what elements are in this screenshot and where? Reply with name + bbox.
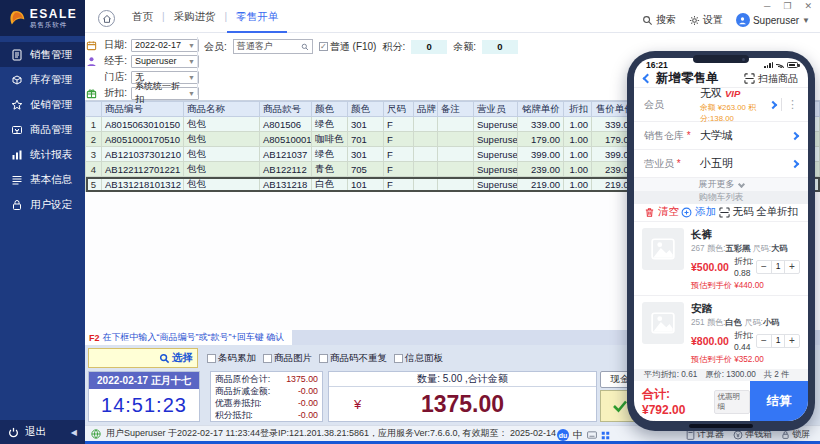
cell: AB131218101312 xyxy=(102,177,184,192)
search-button[interactable]: 搜索 xyxy=(642,13,676,27)
cell: 179.00 xyxy=(518,132,564,147)
ime-icon[interactable]: du xyxy=(557,429,569,441)
grid-icon[interactable] xyxy=(601,431,610,440)
cell: 绿色 xyxy=(312,147,348,162)
phone-form-row-2[interactable]: 销售仓库 *大学城 xyxy=(634,122,808,149)
cell: Superuser xyxy=(474,177,518,192)
cell: 701 xyxy=(348,132,384,147)
tab-3[interactable]: 零售开单 xyxy=(227,0,287,33)
quantity-stepper: −1+ xyxy=(756,334,800,348)
cell: 白色 xyxy=(312,177,348,192)
item-size: 大码 xyxy=(771,244,787,253)
lock-mini-icon xyxy=(781,430,790,440)
sidebar-item-2[interactable]: 库存管理 xyxy=(0,67,85,92)
cell xyxy=(414,162,438,177)
barcode-input[interactable]: 选择 xyxy=(88,348,198,368)
option-checkbox-4[interactable]: 信息面板 xyxy=(394,352,443,365)
sidebar-item-4[interactable]: 商品管理 xyxy=(0,117,85,142)
sidebar-item-5[interactable]: 统计报表 xyxy=(0,142,85,167)
cart-toolbar-2[interactable]: 添加 xyxy=(681,205,716,219)
member-row: 会员: 普通客户 ✓ 普通 (F10) 积分: 0 余额: 0 xyxy=(204,39,518,54)
back-chevron-icon[interactable] xyxy=(643,74,653,84)
plus-button[interactable]: + xyxy=(785,260,799,273)
option-checkbox-1[interactable]: 条码累加 xyxy=(207,352,256,365)
cell: 101 xyxy=(348,177,384,192)
sidebar-item-3[interactable]: 促销管理 xyxy=(0,92,85,117)
label-text: 销售仓库 xyxy=(644,130,684,141)
field-value: 系统统一折扣 xyxy=(135,80,188,106)
field-select-4[interactable]: 系统统一折扣▼ xyxy=(131,87,199,100)
option-checkbox-2[interactable]: 商品图片 xyxy=(263,352,312,365)
item-code: 267 xyxy=(691,244,707,253)
item-name: 安踏 xyxy=(691,302,800,316)
column-header: 品牌 xyxy=(414,102,438,117)
user-menu[interactable]: Superuser ▼ xyxy=(736,13,810,27)
kebab-menu-icon[interactable]: ⋮ xyxy=(787,98,798,111)
field-value: 2022-02-17 xyxy=(135,40,181,50)
cell xyxy=(438,117,474,132)
tab-2[interactable]: 采购进货 xyxy=(165,0,225,33)
checkbox-icon xyxy=(207,354,216,363)
member-normal-checkbox[interactable]: ✓ 普通 (F10) xyxy=(319,40,377,54)
plus-button[interactable]: + xyxy=(785,334,799,347)
ime-lang[interactable]: 中 xyxy=(573,428,583,442)
column-header: 折扣 xyxy=(564,102,592,117)
cell: 1.00 xyxy=(564,117,592,132)
collapse-sidebar-icon[interactable]: ◀ xyxy=(71,428,77,437)
field-select-1[interactable]: 2022-02-17▼ xyxy=(131,39,199,52)
scan-product-button[interactable]: 扫描商品 xyxy=(744,72,798,86)
product-image-placeholder xyxy=(642,302,684,344)
discount-detail-badge[interactable]: 优惠明细 xyxy=(714,390,750,414)
chevron-right-icon xyxy=(791,159,799,167)
keyboard-icon[interactable] xyxy=(587,431,597,439)
signal-icon xyxy=(764,62,773,69)
phone-screen: 16:21 新增零售单 扫描商品 会员无双VIP余额 ¥263.00 积分:13… xyxy=(634,58,808,421)
cart-toolbar-4[interactable]: 全单折扣 xyxy=(756,205,798,219)
checkbox-icon xyxy=(319,354,328,363)
tab-1[interactable]: 首页 xyxy=(123,0,162,33)
checkbox-label: 条码累加 xyxy=(218,352,256,365)
field-value: Superuser xyxy=(135,56,177,66)
member-input[interactable]: 普通客户 xyxy=(233,39,313,54)
minimize-button[interactable]: ─ xyxy=(764,1,770,11)
cell: 包包 xyxy=(184,132,260,147)
home-icon[interactable] xyxy=(98,10,115,27)
ime-tray[interactable]: du 中 xyxy=(557,428,610,442)
member-label: 会员: xyxy=(204,40,227,54)
exit-button[interactable]: 退出 xyxy=(25,425,46,439)
close-button[interactable]: ✕ xyxy=(804,1,812,11)
maximize-button[interactable]: ❐ xyxy=(783,1,791,11)
settings-button[interactable]: 设置 xyxy=(689,13,723,27)
cart-total-sub: 立减:¥508.00 折扣:¥0.00 xyxy=(642,420,750,421)
brand-logo: ESALE 易售乐软件 xyxy=(0,0,85,36)
vip-badge: VIP xyxy=(725,88,740,99)
total-value: 1375.00 xyxy=(286,374,318,386)
toolbar-label: 清空 xyxy=(658,205,679,219)
total-label: 积分抵扣: xyxy=(215,410,253,422)
chevron-down-icon: ▼ xyxy=(802,16,810,25)
tab-bar: 首页|采购进货|零售开单 xyxy=(123,0,287,33)
minus-button[interactable]: − xyxy=(757,334,771,347)
sidebar-item-1[interactable]: 销售管理 xyxy=(0,42,85,67)
sidebar-item-6[interactable]: 基本信息 xyxy=(0,167,85,192)
tool-label: 锁屏 xyxy=(792,428,810,441)
search-icon xyxy=(642,15,653,26)
cart-list-title: 购物车列表 xyxy=(634,191,808,204)
item-color: 白色 xyxy=(726,318,742,327)
phone-mockup: 16:21 新增零售单 扫描商品 会员无双VIP余额 ¥263.00 积分:13… xyxy=(627,51,815,431)
option-checkbox-3[interactable]: 商品码不重复 xyxy=(319,352,387,365)
cart-toolbar-1[interactable]: 清空 xyxy=(644,205,679,219)
plus-circle-icon xyxy=(681,207,692,218)
photo-icon xyxy=(650,310,676,336)
cart-toolbar-3[interactable]: 无码 xyxy=(719,205,754,219)
cell: 3 xyxy=(86,147,102,162)
form-row-4: 折扣:系统统一折扣▼ xyxy=(85,85,199,101)
phone-form-row-3[interactable]: 营业员 *小五明 xyxy=(634,150,808,177)
select-button[interactable]: 选择 xyxy=(172,351,193,365)
checkout-button[interactable]: 结算 xyxy=(750,381,808,421)
minus-button[interactable]: − xyxy=(757,260,771,273)
phone-form-row-1[interactable]: 会员无双VIP余额 ¥263.00 积分:138.00⋮ xyxy=(634,88,808,121)
field-select-2[interactable]: Superuser▼ xyxy=(131,55,199,68)
expand-more[interactable]: 展开更多 xyxy=(634,178,808,191)
sidebar-item-7[interactable]: 用户设定 xyxy=(0,192,85,217)
